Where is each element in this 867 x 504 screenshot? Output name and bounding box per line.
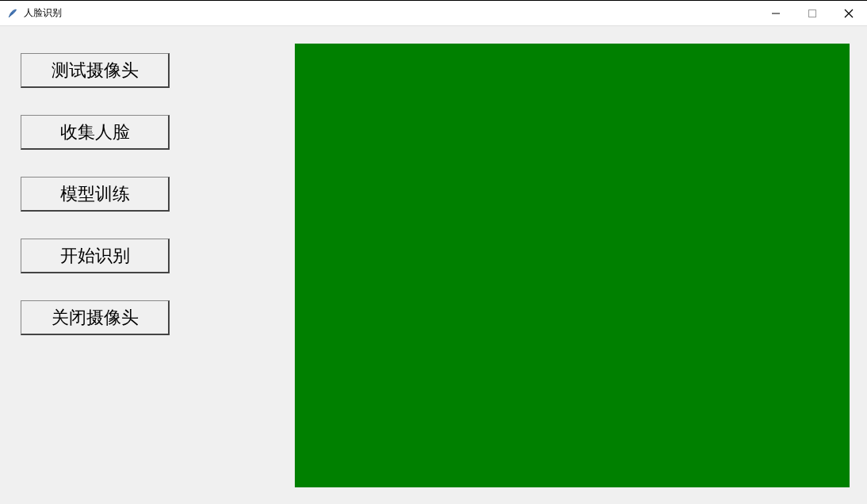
feather-icon: [7, 8, 18, 19]
application-window: 人脸识别 测试摄像头 收集人脸 模型训练: [0, 0, 867, 504]
minimize-icon: [772, 10, 780, 17]
start-recognition-button[interactable]: 开始识别: [21, 239, 170, 273]
minimize-button[interactable]: [758, 1, 794, 25]
maximize-icon: [808, 10, 816, 17]
collect-face-button[interactable]: 收集人脸: [21, 115, 170, 150]
window-content: 测试摄像头 收集人脸 模型训练 开始识别 关闭摄像头: [0, 26, 867, 504]
maximize-button[interactable]: [794, 1, 831, 25]
window-title: 人脸识别: [24, 6, 758, 20]
close-camera-button[interactable]: 关闭摄像头: [21, 300, 170, 335]
titlebar: 人脸识别: [0, 1, 867, 26]
video-canvas: [295, 44, 850, 487]
close-button[interactable]: [831, 1, 867, 25]
test-camera-button[interactable]: 测试摄像头: [21, 53, 170, 88]
app-icon: [6, 7, 19, 20]
train-model-button[interactable]: 模型训练: [21, 177, 170, 212]
window-controls: [758, 1, 867, 25]
button-panel: 测试摄像头 收集人脸 模型训练 开始识别 关闭摄像头: [21, 53, 170, 335]
svg-rect-2: [809, 10, 816, 17]
close-icon: [844, 9, 854, 18]
